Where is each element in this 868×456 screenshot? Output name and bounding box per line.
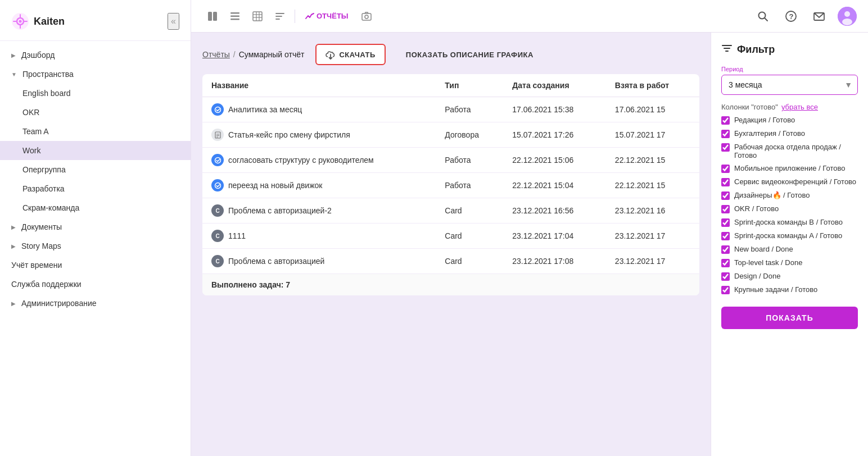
toolbar-left: ОТЧЁТЫ bbox=[202, 6, 377, 26]
sidebar-item-work[interactable]: Work bbox=[0, 141, 191, 160]
avatar-image bbox=[838, 7, 857, 26]
svg-point-2 bbox=[19, 20, 22, 23]
task-created: 15.07.2021 17:26 bbox=[503, 122, 606, 148]
sidebar-item-support[interactable]: Служба поддержки bbox=[0, 275, 191, 294]
table-row[interactable]: Аналитика за месяц Работа 17.06.2021 15:… bbox=[202, 97, 699, 122]
kaiten-logo-icon bbox=[11, 12, 29, 30]
filter-checkbox-label: Дизайнеры🔥 / Готово bbox=[734, 191, 810, 199]
svg-rect-10 bbox=[230, 15, 239, 17]
filter-checkbox[interactable] bbox=[721, 205, 730, 213]
period-select[interactable]: 1 месяц 3 месяца 6 месяцев 1 год bbox=[721, 75, 858, 95]
filter-title-text: Фильтр bbox=[737, 44, 775, 56]
filter-checkbox-item[interactable]: Мобильное приложение / Готово bbox=[721, 164, 858, 173]
filter-checkbox-item[interactable]: Редакция / Готово bbox=[721, 116, 858, 125]
task-created: 22.12.2021 15:06 bbox=[503, 148, 606, 173]
sidebar-item-docs[interactable]: ▶ Документы bbox=[0, 217, 191, 236]
sidebar-item-scrum[interactable]: Скрам-команда bbox=[0, 198, 191, 217]
table-row[interactable]: C Проблема с авторизацией-2 Card 23.12.2… bbox=[202, 198, 699, 224]
remove-all-link[interactable]: убрать все bbox=[781, 103, 818, 111]
filter-checkbox[interactable] bbox=[721, 191, 730, 200]
filter-checkbox[interactable] bbox=[721, 218, 730, 227]
sidebar-item-time-tracking[interactable]: Учёт времени bbox=[0, 256, 191, 275]
task-type: Card bbox=[436, 249, 503, 274]
sidebar-item-opergroup[interactable]: Опергруппа bbox=[0, 160, 191, 179]
task-type: Работа bbox=[436, 148, 503, 173]
filter-checkbox-item[interactable]: Бухгалтерия / Готово bbox=[721, 129, 858, 138]
report-table: Название Тип Дата создания Взята в работ… bbox=[202, 74, 699, 295]
table-view-button[interactable] bbox=[247, 6, 268, 26]
sidebar-item-razrabotka[interactable]: Разработка bbox=[0, 179, 191, 198]
reports-chart-icon bbox=[305, 12, 314, 21]
table-row[interactable]: Статья-кейс про смену фирстиля Договора … bbox=[202, 122, 699, 148]
sidebar-item-dashboard[interactable]: ▶ Дэшборд bbox=[0, 45, 191, 65]
work-task-icon bbox=[211, 154, 224, 166]
sidebar-item-english-board[interactable]: English board bbox=[0, 84, 191, 103]
table-row[interactable]: переезд на новый движок Работа 22.12.202… bbox=[202, 173, 699, 198]
sidebar-item-label: Пространства bbox=[22, 70, 74, 79]
sidebar-item-label: English board bbox=[22, 89, 71, 98]
filter-checkbox-item[interactable]: Top-level task / Done bbox=[721, 258, 858, 267]
filter-checkbox[interactable] bbox=[721, 232, 730, 240]
download-button[interactable]: СКАЧАТЬ bbox=[315, 44, 385, 65]
col-taken: Взята в работ bbox=[606, 74, 699, 97]
list-view-button[interactable] bbox=[225, 6, 245, 26]
sort-icon bbox=[275, 11, 285, 21]
filter-checkbox-item[interactable]: OKR / Готово bbox=[721, 204, 858, 213]
breadcrumb-reports-link[interactable]: Отчёты bbox=[202, 50, 230, 59]
filter-checkbox[interactable] bbox=[721, 259, 730, 267]
filter-checkbox-item[interactable]: Сервис видеоконференций / Готово bbox=[721, 177, 858, 186]
task-created: 23.12.2021 17:08 bbox=[503, 249, 606, 274]
filter-checkbox[interactable] bbox=[721, 143, 730, 152]
svg-text:?: ? bbox=[789, 12, 794, 21]
sidebar-item-admin[interactable]: ▶ Администрирование bbox=[0, 294, 191, 313]
filter-checkbox-item[interactable]: Дизайнеры🔥 / Готово bbox=[721, 191, 858, 200]
snapshot-button[interactable] bbox=[356, 6, 377, 26]
sort-button[interactable] bbox=[270, 6, 290, 26]
filter-checkbox-item[interactable]: Sprint-доска команды A / Готово bbox=[721, 231, 858, 240]
table-row[interactable]: C 1111 Card 23.12.2021 17:04 23.12.2021 … bbox=[202, 224, 699, 249]
filter-checkbox-item[interactable]: Крупные задачи / Готово bbox=[721, 285, 858, 294]
filter-checkbox-item[interactable]: Design / Done bbox=[721, 272, 858, 281]
filter-checkbox[interactable] bbox=[721, 272, 730, 281]
search-button[interactable] bbox=[753, 7, 772, 26]
table-row[interactable]: согласовать структуру с руководителем Ра… bbox=[202, 148, 699, 173]
sidebar-item-label: Story Maps bbox=[21, 241, 61, 250]
filter-checkbox[interactable] bbox=[721, 116, 730, 125]
avatar[interactable] bbox=[838, 7, 857, 26]
table-row[interactable]: C Проблема с авторизацией Card 23.12.202… bbox=[202, 249, 699, 274]
card-task-icon: C bbox=[211, 230, 224, 242]
svg-rect-20 bbox=[362, 13, 371, 20]
board-view-button[interactable] bbox=[202, 6, 223, 26]
filter-checkbox-item[interactable]: Sprint-доска команды B / Готово bbox=[721, 218, 858, 227]
sidebar-item-label: Work bbox=[22, 146, 40, 155]
show-button[interactable]: ПОКАЗАТЬ bbox=[721, 307, 858, 329]
task-name: согласовать структуру с руководителем bbox=[228, 156, 374, 165]
sidebar-item-story-maps[interactable]: ▶ Story Maps bbox=[0, 236, 191, 256]
filter-checkbox-item[interactable]: New board / Done bbox=[721, 245, 858, 254]
report-header: Отчёты / Суммарный отчёт СКАЧАТЬ ПОКАЗАТ… bbox=[202, 44, 699, 65]
task-taken: 22.12.2021 15 bbox=[606, 173, 699, 198]
filter-checkbox[interactable] bbox=[721, 286, 730, 294]
sidebar-item-okr[interactable]: OKR bbox=[0, 103, 191, 122]
show-description-button[interactable]: ПОКАЗАТЬ ОПИСАНИЕ ГРАФИКА bbox=[397, 46, 542, 63]
svg-point-36 bbox=[215, 157, 220, 163]
collapse-sidebar-button[interactable]: « bbox=[168, 13, 179, 30]
sidebar-item-team-a[interactable]: Team A bbox=[0, 122, 191, 141]
filter-checkbox-item[interactable]: Рабочая доска отдела продаж / Готово bbox=[721, 143, 858, 159]
download-label: СКАЧАТЬ bbox=[339, 51, 375, 59]
col-type: Тип bbox=[436, 74, 503, 97]
filter-checkbox[interactable] bbox=[721, 245, 730, 254]
expand-arrow-icon: ▶ bbox=[11, 300, 16, 307]
filter-checkbox[interactable] bbox=[721, 130, 730, 138]
task-name-cell: C Проблема с авторизацией bbox=[202, 249, 436, 274]
reports-button[interactable]: ОТЧЁТЫ bbox=[300, 8, 354, 24]
task-taken: 15.07.2021 17 bbox=[606, 122, 699, 148]
filter-checkbox[interactable] bbox=[721, 178, 730, 186]
sidebar-item-spaces[interactable]: ▼ Пространства bbox=[0, 65, 191, 84]
task-taken: 23.12.2021 17 bbox=[606, 249, 699, 274]
task-name: Аналитика за месяц bbox=[228, 105, 302, 114]
help-button[interactable]: ? bbox=[781, 7, 801, 26]
filter-checkbox[interactable] bbox=[721, 165, 730, 173]
mail-button[interactable] bbox=[810, 7, 829, 26]
svg-line-23 bbox=[765, 18, 767, 21]
